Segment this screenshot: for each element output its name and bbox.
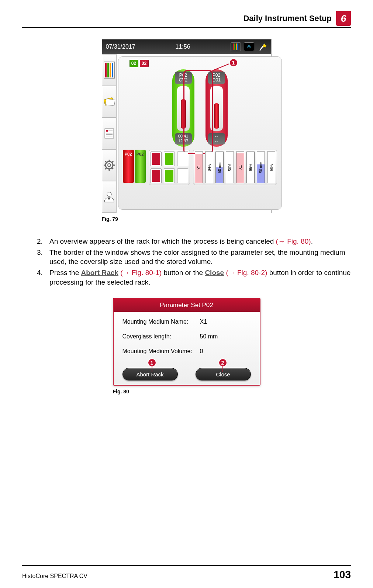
dlg-medium-name-value: X1 [200, 319, 207, 325]
callout-1-leader-dialog [152, 366, 152, 372]
close-text: Close [205, 269, 224, 276]
line-right-label: P02O01 [208, 72, 225, 84]
svg-line-15 [105, 161, 107, 163]
rack-red[interactable]: P02 [123, 150, 134, 183]
sidebar-racks-button[interactable] [102, 54, 117, 86]
queue-badge-red: 02 [140, 60, 149, 67]
abort-rack-text: Abort Rack [81, 269, 118, 276]
vbar-50mm-a[interactable]: 50 mm [215, 152, 224, 183]
svg-rect-20 [108, 198, 110, 199]
figure-79-caption: Fig. 79 [102, 216, 118, 222]
svg-rect-3 [105, 129, 114, 138]
sidebar-user-button[interactable] [102, 181, 117, 213]
coverslip-line-left[interactable]: P02CV2 00:4112:37 [172, 69, 194, 147]
callout-1-number: 1 [229, 58, 238, 67]
callout-1-dialog: 1 [148, 358, 156, 367]
vbar-pct-b: 50% [226, 152, 234, 183]
status-date: 07/31/2017 [106, 44, 135, 50]
oven-grid[interactable] [149, 150, 190, 185]
svg-rect-2 [105, 99, 115, 106]
vbar-x1-b[interactable]: X1 [236, 152, 244, 183]
header-rule [22, 27, 351, 28]
rack-pair: P02 P02 [123, 150, 146, 185]
dlg-volume-value: 0 [200, 348, 203, 355]
dlg-coverglass-label: Coverglass length: [122, 333, 200, 340]
status-time: 11:56 [176, 44, 190, 50]
dialog-title: Parameter Set P02 [114, 299, 260, 312]
svg-line-18 [112, 161, 113, 163]
sidebar [102, 54, 117, 213]
fig80-reference: (→ Fig. 80) [276, 237, 311, 245]
rack-green[interactable]: P02 [135, 150, 146, 183]
callout-2-dialog: 2 [218, 358, 227, 367]
svg-rect-4 [106, 130, 108, 132]
vbar-50mm-b[interactable]: 50 mm [257, 152, 265, 183]
parameter-set-dialog: Parameter Set P02 Mounting Medium Name:X… [113, 298, 260, 386]
page-number: 103 [334, 569, 351, 581]
snowflake-icon[interactable]: ❄ [244, 42, 254, 51]
status-bar: 07/31/2017 11:56 ❄ [102, 39, 271, 54]
coverslip-line-right[interactable]: P02O01 ---- [206, 69, 228, 147]
line-left-time: 00:4112:37 [175, 133, 192, 145]
list-number-2: 2. [37, 237, 46, 246]
queue-badge-green: 02 [129, 60, 138, 67]
vbar-pct-a: 94% [205, 152, 213, 183]
sidebar-coverslip-button[interactable] [102, 86, 117, 118]
main-panel: 02 02 P02CV2 00:4112:37 P02O01 ---- [118, 56, 282, 210]
instruction-list: 2. An overview appears of the rack for w… [37, 237, 351, 287]
sidebar-settings-button[interactable] [102, 149, 117, 181]
dlg-coverglass-value: 50 mm [200, 333, 218, 340]
page-header-title: Daily Instrument Setup [243, 14, 332, 23]
line-right-time: ---- [208, 133, 225, 145]
callout-2-leader-dialog [222, 366, 223, 372]
abort-rack-button[interactable]: Abort Rack [122, 368, 178, 380]
vbar-pct-d: 60% [267, 152, 275, 183]
dlg-medium-name-label: Mounting Medium Name: [122, 319, 200, 325]
vbar-x1-a[interactable]: X1 [195, 152, 203, 183]
list-number-4: 4. [37, 268, 46, 287]
svg-point-10 [108, 164, 111, 167]
sidebar-list-button[interactable] [102, 118, 117, 149]
svg-line-17 [105, 168, 107, 169]
line-left-label: P02CV2 [175, 72, 192, 84]
dlg-volume-label: Mounting Medium Volume: [122, 348, 200, 355]
consumable-bars: X1 94% 50 mm 50% X1 95% 50 mm 60% [193, 150, 277, 185]
close-button[interactable]: Close [196, 368, 251, 380]
svg-line-16 [112, 168, 113, 169]
chapter-number-badge: 6 [336, 11, 351, 26]
device-screen: 07/31/2017 11:56 ❄ [102, 39, 272, 213]
svg-point-19 [107, 192, 111, 196]
footer-product-name: HistoCore SPECTRA CV [22, 573, 87, 580]
footer-rule [22, 565, 351, 566]
list-number-3: 3. [37, 248, 46, 267]
figure-80-caption: Fig. 80 [113, 389, 129, 394]
rack-status-icon[interactable] [231, 42, 241, 51]
wizard-icon[interactable] [257, 42, 267, 51]
vbar-pct-c: 95% [246, 152, 255, 183]
